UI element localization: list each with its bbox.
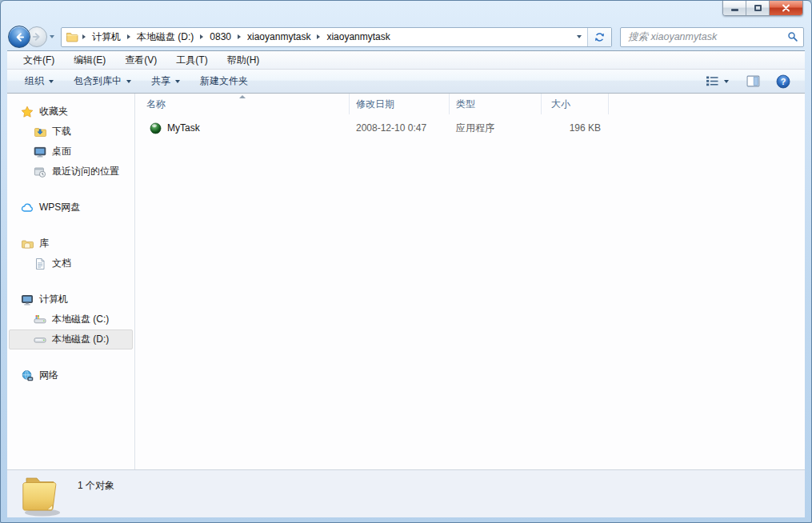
navigation-pane: 收藏夹 下载 xyxy=(7,94,135,469)
downloads-icon xyxy=(34,126,46,138)
search-input[interactable] xyxy=(621,31,782,42)
sidebar-item-label: 最近访问的位置 xyxy=(52,165,119,178)
maximize-button[interactable] xyxy=(746,1,770,15)
folder-large-icon xyxy=(17,473,65,520)
drive-c-icon xyxy=(34,313,46,326)
share-label: 共享 xyxy=(151,74,170,88)
refresh-button[interactable] xyxy=(587,28,611,46)
organize-label: 组织 xyxy=(25,74,44,88)
cloud-icon xyxy=(21,202,34,214)
close-button[interactable] xyxy=(770,1,802,15)
column-header-name[interactable]: 名称 xyxy=(135,94,350,114)
new-folder-button[interactable]: 新建文件夹 xyxy=(192,72,256,91)
sidebar-group-label: 计算机 xyxy=(39,293,68,306)
desktop-icon xyxy=(34,146,46,158)
item-count: 1 个对象 xyxy=(78,479,114,493)
help-button[interactable]: ? xyxy=(771,72,795,91)
column-headers: 名称 修改日期 类型 大小 xyxy=(135,94,805,114)
breadcrumb-separator-icon xyxy=(317,34,320,39)
column-header-type[interactable]: 类型 xyxy=(450,94,542,114)
maximize-icon xyxy=(754,5,762,11)
address-history-dropdown-button[interactable] xyxy=(571,28,587,46)
breadcrumb-item-drive-d[interactable]: 本地磁盘 (D:) xyxy=(132,28,198,46)
views-icon xyxy=(706,75,719,87)
sort-ascending-icon xyxy=(239,95,246,98)
chevron-down-icon xyxy=(49,80,54,83)
sidebar-item-label: 本地磁盘 (D:) xyxy=(52,333,109,346)
window-controls xyxy=(722,1,803,16)
navigation-bar: 计算机 本地磁盘 (D:) 0830 xiaoyanmytask xiaoyan… xyxy=(1,23,811,50)
sidebar-group-wps-cloud[interactable]: WPS网盘 xyxy=(7,198,134,218)
back-arrow-icon xyxy=(14,31,26,43)
sidebar-item-drive-d[interactable]: 本地磁盘 (D:) xyxy=(9,329,133,349)
menu-bar: 文件(F) 编辑(E) 查看(V) 工具(T) 帮助(H) xyxy=(7,50,805,70)
sidebar-group-favorites[interactable]: 收藏夹 xyxy=(7,102,134,122)
chevron-down-icon xyxy=(50,35,54,38)
breadcrumb-item-xiaoyanmytask-current[interactable]: xiaoyanmytask xyxy=(322,28,394,46)
recent-places-icon xyxy=(34,166,46,178)
menu-edit[interactable]: 编辑(E) xyxy=(64,51,115,69)
chevron-down-icon xyxy=(126,80,131,83)
back-button[interactable] xyxy=(8,26,30,48)
sidebar-group-label: 网络 xyxy=(39,369,58,382)
file-list: 名称 修改日期 类型 大小 xyxy=(135,94,805,469)
sidebar-group-libraries[interactable]: 库 xyxy=(7,234,134,254)
breadcrumb-item-computer[interactable]: 计算机 xyxy=(87,28,126,46)
sidebar-item-label: 文档 xyxy=(52,257,71,270)
include-in-library-button[interactable]: 包含到库中 xyxy=(66,72,139,91)
sidebar-group-network[interactable]: 网络 xyxy=(7,365,134,385)
green-orb-app-icon xyxy=(150,122,162,134)
column-header-date-modified[interactable]: 修改日期 xyxy=(350,94,450,114)
breadcrumb-separator-icon xyxy=(127,34,130,39)
change-view-button[interactable] xyxy=(701,72,734,91)
sidebar-group-label: 收藏夹 xyxy=(39,105,68,118)
menu-view[interactable]: 查看(V) xyxy=(115,51,166,69)
sidebar-item-desktop[interactable]: 桌面 xyxy=(7,142,134,162)
chevron-down-icon xyxy=(175,80,180,83)
search-icon xyxy=(782,31,803,42)
sidebar-item-label: 下载 xyxy=(52,125,71,138)
content-area: 收藏夹 下载 xyxy=(7,94,805,469)
include-in-library-label: 包含到库中 xyxy=(74,74,122,88)
menu-help[interactable]: 帮助(H) xyxy=(218,51,270,69)
computer-icon xyxy=(21,293,34,306)
column-label: 名称 xyxy=(146,98,166,111)
address-bar[interactable]: 计算机 本地磁盘 (D:) 0830 xiaoyanmytask xiaoyan… xyxy=(61,27,612,47)
sidebar-item-documents[interactable]: 文档 xyxy=(7,254,134,273)
folder-icon xyxy=(66,30,78,43)
column-label: 类型 xyxy=(456,98,475,111)
breadcrumb-item-0830[interactable]: 0830 xyxy=(205,28,236,46)
share-button[interactable]: 共享 xyxy=(143,72,188,91)
file-row-mytask[interactable]: MyTask 2008-12-10 0:47 应用程序 196 KB xyxy=(135,118,805,138)
file-name: MyTask xyxy=(167,122,200,134)
title-bar[interactable] xyxy=(1,1,811,23)
svg-text:?: ? xyxy=(781,77,786,86)
recent-pages-dropdown-button[interactable] xyxy=(50,35,54,38)
sidebar-item-downloads[interactable]: 下载 xyxy=(7,122,134,142)
column-label: 修改日期 xyxy=(356,98,394,111)
column-header-size[interactable]: 大小 xyxy=(542,94,609,114)
help-icon: ? xyxy=(776,74,790,89)
star-icon xyxy=(21,106,34,118)
close-icon xyxy=(782,4,790,12)
sidebar-group-label: WPS网盘 xyxy=(39,201,80,214)
file-date-modified: 2008-12-10 0:47 xyxy=(350,122,450,134)
breadcrumb-separator-icon xyxy=(238,34,241,39)
breadcrumb-item-xiaoyanmytask[interactable]: xiaoyanmytask xyxy=(242,28,315,46)
preview-pane-button[interactable] xyxy=(742,72,765,91)
explorer-window: 计算机 本地磁盘 (D:) 0830 xiaoyanmytask xiaoyan… xyxy=(0,0,812,523)
sidebar-group-label: 库 xyxy=(39,237,49,250)
sidebar-group-computer[interactable]: 计算机 xyxy=(7,289,134,309)
refresh-icon xyxy=(594,31,606,43)
menu-tools[interactable]: 工具(T) xyxy=(166,51,217,69)
sidebar-item-recent-places[interactable]: 最近访问的位置 xyxy=(7,162,134,182)
menu-file[interactable]: 文件(F) xyxy=(14,51,64,69)
minimize-button[interactable] xyxy=(723,1,746,15)
breadcrumb-separator-icon xyxy=(82,34,86,39)
minimize-icon xyxy=(731,9,738,11)
forward-arrow-icon xyxy=(31,31,42,42)
organize-button[interactable]: 组织 xyxy=(17,72,62,91)
file-size: 196 KB xyxy=(542,122,609,134)
sidebar-item-drive-c[interactable]: 本地磁盘 (C:) xyxy=(7,309,134,329)
column-label: 大小 xyxy=(551,98,570,111)
